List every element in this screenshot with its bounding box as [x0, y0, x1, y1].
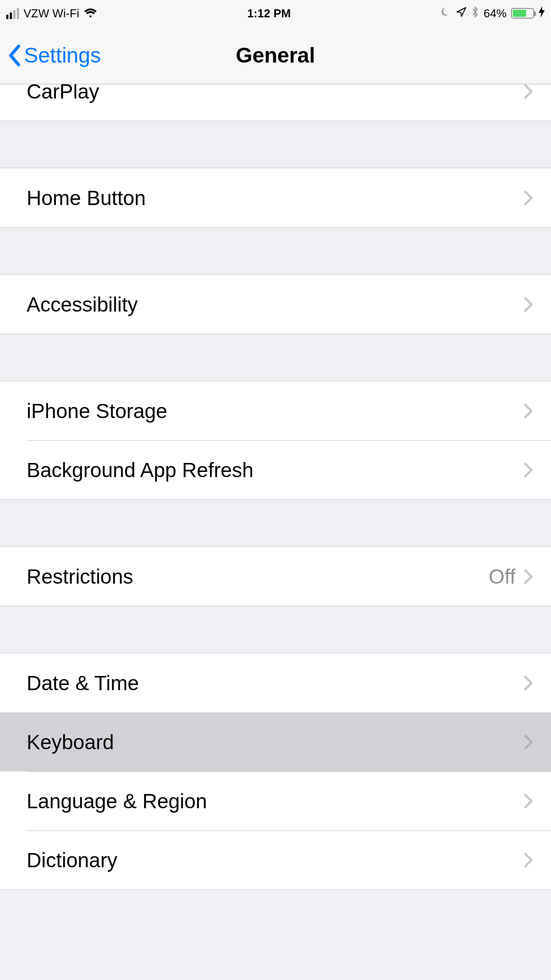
group-handoff-carplay: Handoff CarPlay	[0, 84, 551, 121]
carrier-label: VZW Wi-Fi	[24, 7, 79, 20]
chevron-right-icon	[523, 190, 533, 206]
row-label: Background App Refresh	[27, 458, 523, 482]
row-detail: Off	[488, 565, 516, 589]
location-icon	[456, 7, 467, 20]
chevron-right-icon	[523, 403, 533, 419]
row-label: Home Button	[27, 186, 523, 210]
row-label: iPhone Storage	[27, 399, 523, 423]
group-storage: iPhone Storage Background App Refresh	[0, 381, 551, 500]
chevron-right-icon	[523, 793, 533, 809]
charging-icon	[539, 6, 545, 21]
row-keyboard[interactable]: Keyboard	[0, 712, 551, 771]
group-home-button: Home Button	[0, 168, 551, 228]
row-carplay[interactable]: CarPlay	[0, 84, 551, 121]
chevron-left-icon	[8, 44, 21, 67]
chevron-right-icon	[523, 462, 533, 478]
battery-percent: 64%	[484, 7, 507, 20]
status-left: VZW Wi-Fi	[6, 7, 97, 20]
battery-icon	[511, 8, 534, 19]
chevron-right-icon	[523, 296, 533, 312]
row-label: Restrictions	[27, 565, 488, 589]
chevron-right-icon	[523, 84, 533, 99]
row-restrictions[interactable]: Restrictions Off	[0, 547, 551, 606]
chevron-right-icon	[523, 852, 533, 868]
row-label: Dictionary	[27, 848, 523, 872]
row-date-time[interactable]: Date & Time	[0, 653, 551, 712]
back-button[interactable]: Settings	[8, 27, 101, 84]
cellular-signal-icon	[6, 8, 19, 19]
do-not-disturb-icon	[441, 7, 452, 20]
row-label: Accessibility	[27, 292, 523, 316]
settings-list[interactable]: Handoff CarPlay Home Button Accessibilit…	[0, 84, 551, 980]
status-right: 64%	[441, 6, 545, 21]
status-bar: VZW Wi-Fi 1:12 PM 64%	[0, 0, 551, 27]
group-locale: Date & Time Keyboard Language & Region D…	[0, 653, 551, 890]
row-iphone-storage[interactable]: iPhone Storage	[0, 381, 551, 440]
row-accessibility[interactable]: Accessibility	[0, 275, 551, 334]
status-time: 1:12 PM	[247, 7, 291, 20]
row-label: Date & Time	[27, 671, 523, 695]
back-label: Settings	[24, 43, 101, 67]
row-label: Keyboard	[27, 730, 523, 754]
row-home-button[interactable]: Home Button	[0, 168, 551, 227]
bluetooth-icon	[471, 6, 479, 21]
chevron-right-icon	[523, 569, 533, 585]
group-accessibility: Accessibility	[0, 274, 551, 334]
nav-bar: Settings General	[0, 27, 551, 84]
group-restrictions: Restrictions Off	[0, 546, 551, 606]
page-title: General	[236, 43, 315, 67]
row-background-app-refresh[interactable]: Background App Refresh	[0, 440, 551, 499]
row-label: CarPlay	[27, 84, 523, 103]
row-dictionary[interactable]: Dictionary	[0, 830, 551, 889]
wifi-icon	[84, 8, 97, 18]
row-language-region[interactable]: Language & Region	[0, 771, 551, 830]
chevron-right-icon	[523, 675, 533, 691]
chevron-right-icon	[523, 734, 533, 750]
row-label: Language & Region	[27, 789, 523, 813]
